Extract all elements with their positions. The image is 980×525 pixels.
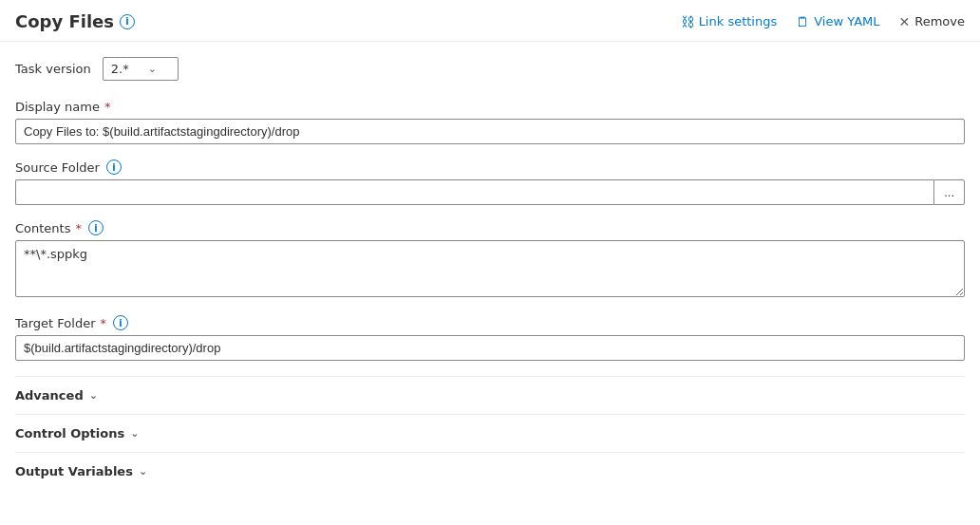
source-folder-field: Source Folder i ... [15,159,965,205]
yaml-icon: 🗒 [796,14,809,29]
source-folder-label: Source Folder i [15,159,965,175]
control-options-label: Control Options [15,426,124,441]
display-name-field: Display name * [15,100,965,144]
remove-button[interactable]: ✕ Remove [899,14,966,29]
advanced-label: Advanced [15,388,84,403]
output-variables-label: Output Variables [15,464,133,478]
view-yaml-button[interactable]: 🗒 View YAML [796,14,879,29]
title-info-icon[interactable]: i [120,14,135,29]
advanced-header[interactable]: Advanced ⌄ [15,388,965,403]
contents-textarea[interactable] [15,240,965,297]
header-actions: ⛓ Link settings 🗒 View YAML ✕ Remove [681,14,965,29]
link-settings-button[interactable]: ⛓ Link settings [681,14,778,29]
panel-header: Copy Files i ⛓ Link settings 🗒 View YAML… [0,0,980,42]
target-folder-required: * [101,316,107,330]
contents-info-icon[interactable]: i [88,220,104,235]
source-folder-browse-button[interactable]: ... [933,179,965,205]
display-name-required: * [104,100,111,114]
copy-files-panel: Copy Files i ⛓ Link settings 🗒 View YAML… [0,0,980,505]
contents-label: Contents * i [15,220,965,235]
task-version-row: Task version 2.* ⌄ [15,57,965,81]
control-options-section: Control Options ⌄ [15,414,965,452]
source-folder-info-icon[interactable]: i [106,159,122,175]
remove-icon: ✕ [899,14,911,29]
task-version-label: Task version [15,62,91,76]
contents-required: * [75,221,82,235]
source-folder-wrapper: ... [15,179,965,205]
contents-field: Contents * i [15,220,965,300]
display-name-label: Display name * [15,100,965,114]
output-variables-chevron-icon: ⌄ [139,465,147,478]
display-name-input[interactable] [15,119,965,144]
advanced-chevron-icon: ⌄ [89,389,98,402]
task-version-chevron-icon: ⌄ [148,63,157,75]
link-icon: ⛓ [681,14,694,29]
target-folder-info-icon[interactable]: i [113,315,128,330]
source-folder-input[interactable] [15,179,933,205]
target-folder-field: Target Folder * i [15,315,965,361]
task-version-value: 2.* [111,62,129,76]
control-options-header[interactable]: Control Options ⌄ [15,426,965,441]
target-folder-label: Target Folder * i [15,315,965,330]
page-title: Copy Files [15,11,114,31]
output-variables-header[interactable]: Output Variables ⌄ [15,464,965,478]
output-variables-section: Output Variables ⌄ [15,452,965,490]
target-folder-input[interactable] [15,335,965,361]
advanced-section: Advanced ⌄ [15,376,965,414]
panel-body: Task version 2.* ⌄ Display name * Source… [0,42,980,505]
task-version-select[interactable]: 2.* ⌄ [103,57,179,81]
control-options-chevron-icon: ⌄ [130,427,139,440]
header-left: Copy Files i [15,11,135,31]
